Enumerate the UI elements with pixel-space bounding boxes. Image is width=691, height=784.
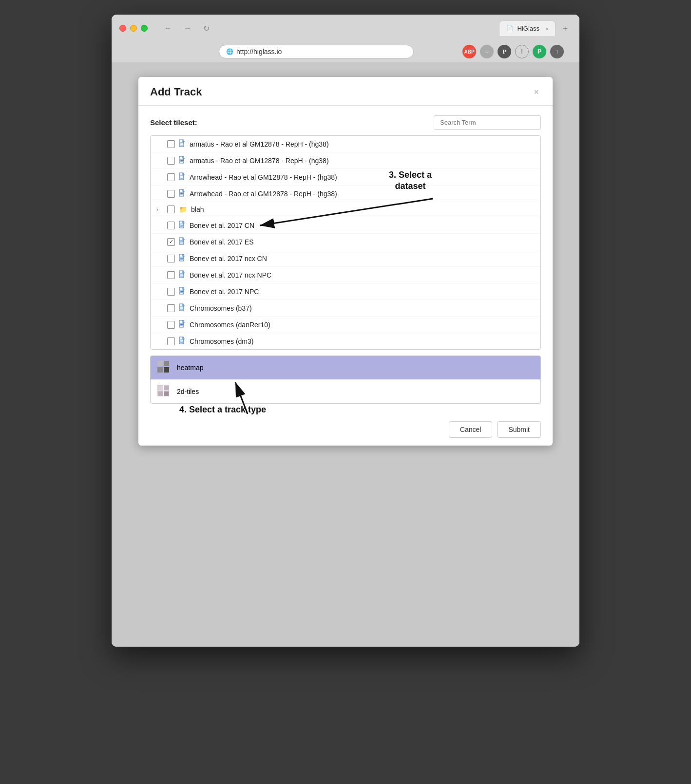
dialog-body: Select tileset: armatus - Rao et al GM12…	[138, 106, 553, 413]
list-item[interactable]: Bonev et al. 2017 CN	[151, 217, 540, 234]
file-icon	[179, 237, 186, 246]
dataset-list-container: armatus - Rao et al GM12878 - RepH - (hg…	[150, 135, 541, 350]
dataset-list: armatus - Rao et al GM12878 - RepH - (hg…	[150, 135, 541, 350]
item-checkbox[interactable]	[167, 321, 175, 329]
folder-icon: 📁	[179, 205, 187, 213]
browser-addressbar: 🌐 http://higlass.io ABP ○ P i P ↑	[119, 41, 572, 62]
tileset-header: Select tileset:	[150, 115, 541, 130]
item-name: Bonev et al. 2017 ncx NPC	[190, 271, 535, 279]
track-type-item[interactable]: 2d-tiles	[151, 380, 540, 403]
track-type-container: heatmap 2d-tiles	[150, 355, 541, 404]
tileset-label: Select tileset:	[150, 118, 197, 127]
file-icon	[179, 156, 186, 165]
nav-forward-button[interactable]: →	[181, 23, 194, 34]
item-checkbox[interactable]	[167, 157, 175, 165]
item-name: armatus - Rao et al GM12878 - RepH - (hg…	[190, 157, 535, 165]
list-item[interactable]: Chromosomes (b37)	[151, 300, 540, 317]
paypal-button[interactable]: P	[498, 45, 511, 58]
profile-button[interactable]: P	[533, 45, 546, 58]
upload-button[interactable]: ↑	[550, 45, 564, 58]
browser-content: Add Track × Select tileset: a	[112, 62, 579, 647]
item-checkbox[interactable]	[167, 304, 175, 312]
expand-icon: ›	[156, 206, 163, 212]
list-item[interactable]: Bonev et al. 2017 ncx CN	[151, 250, 540, 267]
submit-button[interactable]: Submit	[497, 421, 541, 438]
file-icon	[179, 172, 186, 182]
file-icon	[179, 221, 186, 230]
nav-back-button[interactable]: ←	[161, 23, 175, 34]
list-item[interactable]: Arrowhead - Rao et al GM12878 - RepH - (…	[151, 169, 540, 186]
extension-button-1[interactable]: ○	[480, 45, 494, 58]
new-tab-button[interactable]: +	[558, 22, 572, 36]
tab-title: HiGlass	[518, 25, 540, 32]
svg-rect-20	[179, 238, 184, 244]
list-item[interactable]: Bonev et al. 2017 NPC	[151, 283, 540, 300]
dialog-close-button[interactable]: ×	[532, 87, 541, 97]
traffic-light-green[interactable]	[141, 25, 148, 32]
list-item[interactable]: Chromosomes (danRer10)	[151, 317, 540, 333]
nav-refresh-button[interactable]: ↻	[200, 23, 212, 34]
address-bar[interactable]: 🌐 http://higlass.io	[219, 45, 414, 58]
item-checkbox[interactable]	[167, 190, 175, 198]
svg-rect-4	[179, 156, 184, 163]
track-type-label: heatmap	[177, 364, 203, 372]
svg-rect-44	[179, 337, 184, 344]
file-icon	[179, 254, 186, 263]
item-name: Arrowhead - Rao et al GM12878 - RepH - (…	[190, 190, 535, 198]
track-type-item[interactable]: heatmap	[151, 356, 540, 380]
file-icon	[179, 303, 186, 313]
browser-window: ← → ↻ 📄 HiGlass × + 🌐 http://higlass.io	[112, 15, 579, 647]
cancel-button[interactable]: Cancel	[449, 421, 493, 438]
list-item[interactable]: Bonev et al. 2017 ncx NPC	[151, 267, 540, 283]
item-checkbox[interactable]	[167, 222, 175, 229]
svg-rect-24	[179, 254, 184, 261]
svg-rect-0	[179, 140, 184, 147]
svg-rect-12	[179, 189, 184, 196]
item-checkbox[interactable]: ✓	[167, 238, 175, 246]
list-item[interactable]: ✓ Bonev et al. 2017 ES	[151, 234, 540, 250]
item-checkbox[interactable]	[167, 173, 175, 181]
tab-close-button[interactable]: ×	[545, 26, 548, 32]
item-checkbox[interactable]	[167, 337, 175, 345]
svg-rect-28	[179, 271, 184, 278]
track-type-list: heatmap 2d-tiles	[150, 355, 541, 404]
traffic-light-red[interactable]	[119, 25, 126, 32]
svg-rect-16	[179, 221, 184, 228]
browser-titlebar: ← → ↻ 📄 HiGlass × + 🌐 http://higlass.io	[112, 15, 579, 62]
item-name: Bonev et al. 2017 CN	[190, 222, 535, 229]
svg-rect-8	[179, 173, 184, 180]
track-type-label: 2d-tiles	[177, 388, 199, 395]
browser-tab-higlass[interactable]: 📄 HiGlass ×	[499, 20, 556, 36]
heatmap-icon	[157, 361, 171, 374]
file-icon	[179, 270, 186, 280]
search-input[interactable]	[434, 115, 541, 130]
list-item[interactable]: armatus - Rao et al GM12878 - RepH - (hg…	[151, 136, 540, 152]
abp-button[interactable]: ABP	[462, 45, 476, 58]
item-name: Arrowhead - Rao et al GM12878 - RepH - (…	[190, 173, 535, 181]
dialog-footer: Cancel Submit	[138, 413, 553, 446]
tiles-icon	[157, 385, 171, 398]
file-icon	[179, 139, 186, 149]
browser-toolbar-icons: ABP ○ P i P ↑	[462, 45, 564, 58]
address-url: http://higlass.io	[236, 48, 282, 56]
item-name: Bonev et al. 2017 ncx CN	[190, 255, 535, 262]
item-checkbox[interactable]	[167, 205, 175, 213]
file-icon	[179, 287, 186, 296]
file-icon	[179, 320, 186, 329]
traffic-light-yellow[interactable]	[130, 25, 137, 32]
list-item[interactable]: ›📁blah	[151, 202, 540, 217]
info-button[interactable]: i	[515, 45, 529, 58]
svg-rect-40	[179, 320, 184, 327]
item-checkbox[interactable]	[167, 255, 175, 262]
list-item[interactable]: Chromosomes (dm3)	[151, 333, 540, 350]
item-name: armatus - Rao et al GM12878 - RepH - (hg…	[190, 140, 535, 148]
item-name: Bonev et al. 2017 NPC	[190, 288, 535, 296]
item-checkbox[interactable]	[167, 288, 175, 296]
item-checkbox[interactable]	[167, 140, 175, 148]
tab-page-icon: 📄	[506, 25, 514, 32]
file-icon	[179, 189, 186, 198]
item-checkbox[interactable]	[167, 271, 175, 279]
svg-rect-36	[179, 304, 184, 311]
list-item[interactable]: Arrowhead - Rao et al GM12878 - RepH - (…	[151, 186, 540, 202]
list-item[interactable]: armatus - Rao et al GM12878 - RepH - (hg…	[151, 152, 540, 169]
